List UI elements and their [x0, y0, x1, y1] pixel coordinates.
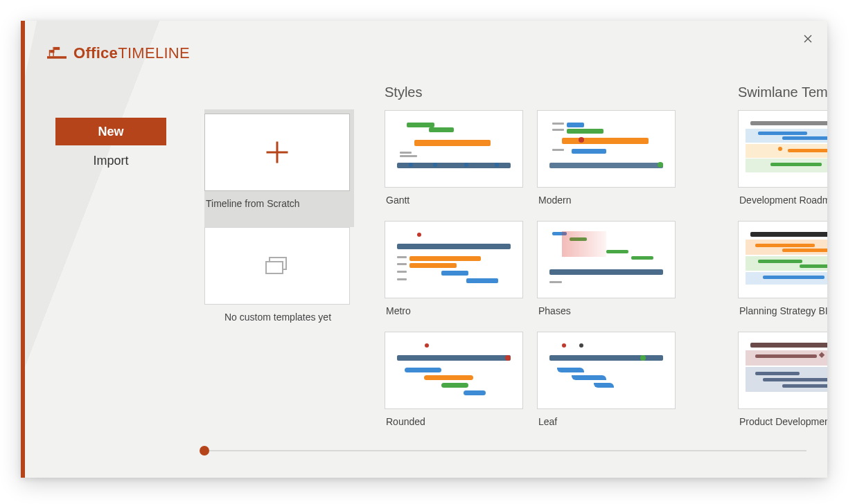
accent-bar [21, 21, 25, 478]
label-phases: Phases [537, 298, 676, 316]
label-metro: Metro [385, 298, 523, 316]
app-logo: OfficeTIMELINE [47, 44, 190, 62]
label-dev: Development Roadmap [738, 188, 827, 206]
spacer-title [204, 84, 350, 104]
thumb-metro [385, 221, 523, 298]
logo-prefix: Office [73, 44, 118, 62]
nav-import-label: Import [93, 154, 128, 168]
nav-new[interactable]: New [55, 118, 166, 145]
column-styles: Styles [385, 84, 676, 429]
thumb-scratch [204, 114, 350, 191]
card-swimlane-planning-bi[interactable]: Planning Strategy BI Ro [738, 221, 827, 330]
label-prod: Product Development & [738, 409, 827, 427]
svg-rect-0 [47, 56, 67, 59]
scrollbar-track [201, 450, 806, 451]
thumb-dev [738, 110, 827, 188]
logo-suffix: TIMELINE [118, 44, 190, 62]
sidebar: New Import [55, 118, 166, 176]
label-rounded: Rounded [385, 409, 523, 427]
label-leaf: Leaf [537, 409, 676, 427]
card-style-gantt[interactable]: Gantt [385, 110, 523, 219]
thumb-empty [204, 227, 350, 305]
label-plan: Planning Strategy BI Ro [738, 298, 827, 316]
horizontal-scrollbar[interactable] [201, 447, 806, 454]
thumb-phases [537, 221, 676, 298]
plus-icon [265, 141, 289, 164]
card-timeline-from-scratch[interactable]: Timeline from Scratch [204, 109, 354, 227]
logo-text: OfficeTIMELINE [73, 44, 190, 62]
thumb-gantt [385, 110, 523, 188]
label-empty: No custom templates yet [204, 305, 350, 323]
sidebar-backdrop [25, 21, 170, 478]
close-button[interactable] [800, 30, 816, 47]
card-style-modern[interactable]: Modern [537, 110, 676, 219]
svg-rect-4 [54, 47, 60, 50]
nav-new-label: New [98, 125, 123, 139]
thumb-prod [738, 332, 827, 409]
dialog-window: OfficeTIMELINE New Import [21, 21, 827, 478]
card-style-metro[interactable]: Metro [385, 221, 523, 330]
thumb-plan [738, 221, 827, 298]
card-swimlane-product-dev[interactable]: Product Development & [738, 332, 827, 429]
column-scratch: Timeline from Scratch No custom template… [204, 84, 350, 429]
label-modern: Modern [537, 188, 676, 206]
card-style-rounded[interactable]: Rounded [385, 332, 523, 429]
gallery-scroll-row: Timeline from Scratch No custom template… [204, 84, 827, 429]
swimlane-title: Swimlane Temp [738, 84, 827, 100]
scrollbar-thumb[interactable] [200, 446, 209, 456]
card-style-phases[interactable]: Phases [537, 221, 676, 330]
styles-title: Styles [385, 84, 676, 100]
card-swimlane-dev-roadmap[interactable]: Development Roadmap [738, 110, 827, 219]
svg-rect-3 [53, 47, 53, 56]
thumb-rounded [385, 332, 523, 409]
template-gallery: Timeline from Scratch No custom template… [204, 84, 827, 429]
card-style-leaf[interactable]: Leaf [537, 332, 676, 429]
thumb-leaf [537, 332, 676, 409]
templates-stack-icon [263, 255, 291, 276]
column-swimlane: Swimlane Temp [738, 84, 827, 429]
close-icon [804, 35, 812, 43]
svg-rect-1 [49, 50, 50, 56]
label-gantt: Gantt [385, 188, 523, 206]
label-scratch: Timeline from Scratch [204, 191, 350, 209]
nav-import[interactable]: Import [55, 147, 166, 174]
svg-rect-6 [266, 262, 283, 273]
logo-icon [47, 46, 67, 60]
card-no-custom-templates[interactable]: No custom templates yet [204, 227, 350, 336]
thumb-modern [537, 110, 676, 188]
